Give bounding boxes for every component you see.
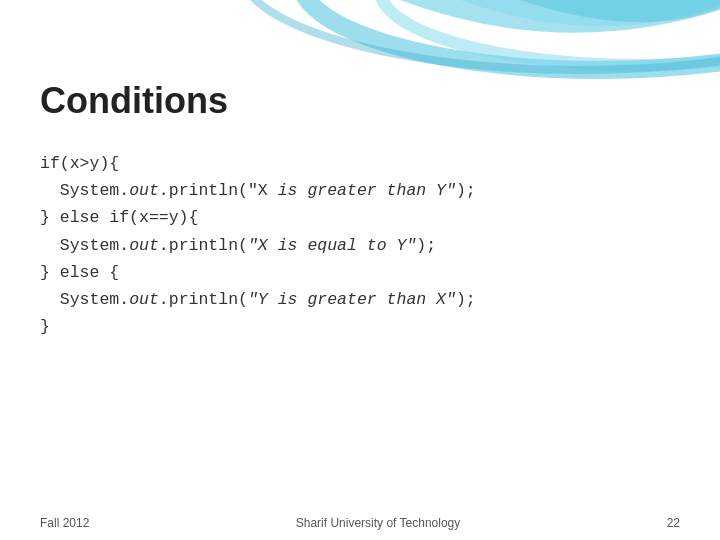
code-block: if(x>y){ System.out.println("X is greate… xyxy=(40,150,680,341)
slide-title: Conditions xyxy=(40,80,680,122)
footer-right: 22 xyxy=(667,516,680,530)
code-line-1: if(x>y){ xyxy=(40,150,680,177)
code-line-4: System.out.println("X is equal to Y"); xyxy=(40,232,680,259)
code-line-7: } xyxy=(40,313,680,340)
code-line-5: } else { xyxy=(40,259,680,286)
slide-content: Conditions if(x>y){ System.out.println("… xyxy=(40,80,680,490)
svg-point-1 xyxy=(380,0,720,65)
footer-center: Sharif University of Technology xyxy=(296,516,461,530)
footer-left: Fall 2012 xyxy=(40,516,89,530)
slide-footer: Fall 2012 Sharif University of Technolog… xyxy=(40,516,680,530)
code-line-3: } else if(x==y){ xyxy=(40,204,680,231)
top-decoration xyxy=(0,0,720,80)
svg-point-2 xyxy=(240,0,720,70)
svg-point-0 xyxy=(300,0,720,70)
code-line-6: System.out.println("Y is greater than X"… xyxy=(40,286,680,313)
code-line-2: System.out.println("X is greater than Y"… xyxy=(40,177,680,204)
